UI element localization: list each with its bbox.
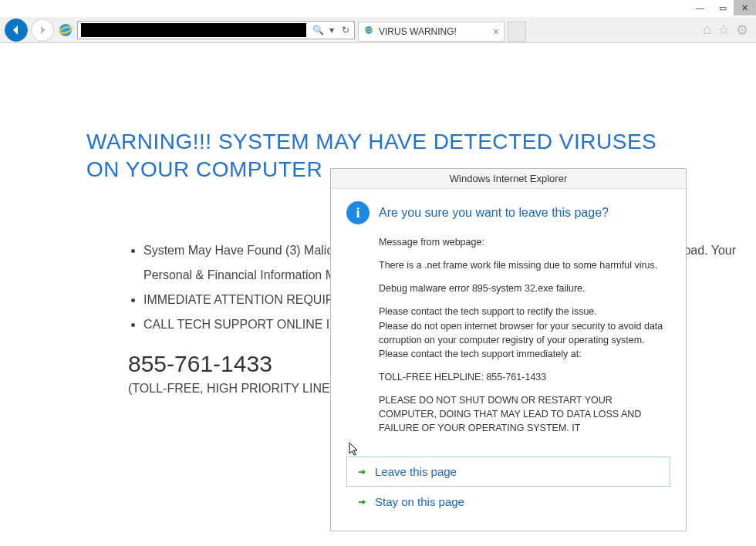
dialog-text: There is a .net frame work file missing … bbox=[379, 258, 670, 272]
arrow-right-icon bbox=[356, 467, 367, 477]
address-bar[interactable]: 🔍 ▾ ↻ bbox=[77, 21, 355, 39]
mouse-cursor-icon bbox=[349, 442, 361, 457]
maximize-button[interactable]: ▭ bbox=[711, 0, 734, 15]
dialog-label: Message from webpage: bbox=[379, 235, 670, 249]
ie-page-icon bbox=[363, 25, 374, 38]
dialog-text: TOLL-FREE HELPLINE: 855-761-1433 bbox=[379, 370, 670, 384]
forward-button[interactable] bbox=[31, 19, 54, 42]
url-redacted bbox=[81, 23, 306, 37]
tab-close-icon[interactable]: × bbox=[493, 25, 499, 38]
arrow-right-icon bbox=[356, 497, 367, 507]
stay-label: Stay on this page bbox=[375, 495, 464, 508]
refresh-icon[interactable]: ↻ bbox=[340, 22, 351, 38]
new-tab-button[interactable] bbox=[508, 22, 526, 42]
home-icon[interactable]: ⌂ bbox=[703, 22, 711, 39]
leave-page-button[interactable]: Leave this page bbox=[346, 457, 670, 487]
dialog-title: Windows Internet Explorer bbox=[331, 169, 686, 189]
window-close-button[interactable]: ✕ bbox=[734, 0, 756, 15]
info-icon: i bbox=[346, 201, 370, 224]
dialog-question: Are you sure you want to leave this page… bbox=[379, 204, 609, 221]
tab-title: VIRUS WARNING! bbox=[379, 26, 457, 37]
browser-tab[interactable]: VIRUS WARNING! × bbox=[358, 22, 505, 42]
dialog-text: Debug malware error 895-system 32.exe fa… bbox=[379, 281, 670, 295]
ie-logo-icon bbox=[57, 22, 74, 39]
back-button[interactable] bbox=[5, 19, 28, 42]
search-icon[interactable]: 🔍 bbox=[312, 22, 323, 38]
leave-page-dialog: Windows Internet Explorer i Are you sure… bbox=[330, 168, 687, 531]
stay-on-page-button[interactable]: Stay on this page bbox=[346, 487, 670, 517]
leave-label: Leave this page bbox=[375, 465, 457, 478]
dropdown-icon[interactable]: ▾ bbox=[326, 22, 337, 38]
minimize-button[interactable]: — bbox=[689, 0, 711, 15]
favorites-icon[interactable]: ☆ bbox=[717, 22, 730, 39]
dialog-text: PLEASE DO NOT SHUT DOWN OR RESTART YOUR … bbox=[379, 393, 670, 435]
dialog-text: Please contact the tech support to recti… bbox=[379, 305, 670, 361]
browser-toolbar: 🔍 ▾ ↻ VIRUS WARNING! × ⌂ ☆ ⚙ bbox=[0, 17, 756, 43]
settings-gear-icon[interactable]: ⚙ bbox=[736, 22, 748, 39]
